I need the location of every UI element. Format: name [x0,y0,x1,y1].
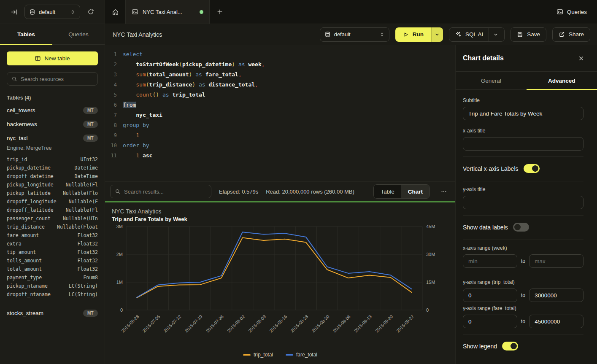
panel-tab-general[interactable]: General [456,72,527,89]
terminal-icon [556,8,563,15]
home-icon [112,8,119,16]
column-name: extra [7,240,22,248]
x-range-min-input[interactable] [463,254,517,268]
table-grid-icon [35,55,41,62]
code-line[interactable]: 5count() as trip_total [105,90,455,100]
view-toggle-chart[interactable]: Chart [401,185,430,198]
refresh-button[interactable] [84,5,97,18]
x-range-max-input[interactable] [529,254,583,268]
code-line[interactable]: 6from [105,100,455,110]
show-data-labels-toggle[interactable] [513,223,529,232]
svg-text:2015-07-12: 2015-07-12 [162,314,182,334]
code-line[interactable]: 4sum(trip_distance) as distance_total, [105,80,455,90]
ellipsis-icon [440,188,447,195]
show-legend-toggle[interactable] [502,342,518,351]
code-line[interactable]: 8group by [105,120,455,130]
legend-item[interactable]: fare_total [286,352,317,358]
code-text: group by [123,120,149,130]
sql-ai-options-button[interactable] [489,28,498,41]
table-row[interactable]: stocks_streamMT [0,306,105,320]
sidebar-tab-queries[interactable]: Queries [52,24,105,44]
column-row: pickup_datetimeDateTime [0,164,105,172]
svg-text:0: 0 [120,307,123,313]
column-type: Float32 [78,257,98,264]
code-line[interactable]: 2toStartOfWeek(pickup_datetime) as week, [105,59,455,70]
x-range-label: x-axis range (week) [463,245,583,251]
search-icon [11,76,17,82]
database-selector-value: default [39,9,67,15]
svg-text:3M: 3M [116,224,123,229]
chart-title: NYC Taxi Analytics [112,208,448,216]
table-row[interactable]: cell_towersMT [0,103,105,117]
y-axis-title-input[interactable] [463,196,583,209]
vertical-x-labels-label: Vertical x-axis Labels [463,165,519,172]
results-search-input[interactable] [124,189,207,195]
code-line[interactable]: 10order by [105,140,455,151]
code-line[interactable]: 111 asc [105,151,455,161]
sidebar-tabs: Tables Queries [0,24,105,45]
rows-read: Read: 20,000,000 rows (260.00 MB) [266,189,354,195]
y-range-fare-min-input[interactable] [463,315,517,328]
resource-search[interactable] [7,72,98,86]
column-type: Float32 [78,266,98,273]
divider [463,215,583,216]
home-button[interactable] [105,0,125,24]
arrow-bar-right-icon [11,8,18,16]
sparkles-icon [455,31,462,38]
table-name: nyc_taxi [7,135,28,141]
code-text: from [123,100,136,110]
y-range-trip-min-input[interactable] [463,289,517,302]
sql-editor[interactable]: 1select2toStartOfWeek(pickup_datetime) a… [105,45,455,181]
x-axis-title-input[interactable] [463,137,583,151]
table-engine: Engine: MergeTree [0,145,105,154]
results-more-button[interactable] [438,185,450,198]
column-type: Float32 [78,249,98,256]
sql-ai-button[interactable]: SQL AI [449,27,505,42]
resource-search-input[interactable] [21,76,93,82]
divider [463,274,583,274]
table-name: hackernews [7,121,37,127]
panel-header: Chart details [456,45,597,71]
collapse-sidebar-button[interactable] [8,5,20,18]
svg-text:2015-09-13: 2015-09-13 [353,314,373,334]
code-line[interactable]: 7nyc_taxi [105,110,455,120]
show-data-labels-row: Show data labels [463,221,583,234]
save-button[interactable]: Save [511,27,546,42]
toolbar-database-selector[interactable]: default [320,27,389,42]
table-row[interactable]: hackernewsMT [0,117,105,131]
column-type: LC(String) [69,283,98,290]
top-bar-main: NYC Taxi Anal... Queries [105,0,597,24]
save-icon [517,31,523,38]
column-row: fare_amountFloat32 [0,231,105,240]
sidebar-tab-tables[interactable]: Tables [0,24,52,44]
column-name: trip_distance [7,224,45,231]
share-button[interactable]: Share [552,27,590,42]
y-range-fare-max-input[interactable] [529,315,583,328]
line-number: 5 [105,90,123,100]
legend-item[interactable]: trip_total [243,352,273,358]
queries-button[interactable]: Queries [551,0,597,24]
legend-swatch [286,354,293,356]
y-range-trip-max-input[interactable] [529,289,583,302]
vertical-x-labels-toggle[interactable] [524,164,540,173]
close-panel-button[interactable] [578,55,584,62]
y-axis-title-label: y-axis title [463,186,583,192]
table-row[interactable]: nyc_taxiMT [0,131,105,145]
run-options-button[interactable] [431,27,443,42]
view-toggle-table[interactable]: Table [374,185,401,198]
new-table-button[interactable]: New table [7,51,98,65]
save-label: Save [527,31,540,38]
column-row: tip_amountFloat32 [0,248,105,256]
query-tab[interactable]: NYC Taxi Anal... [125,0,210,24]
column-name: tolls_amount [7,257,42,264]
new-tab-button[interactable] [210,0,230,24]
run-button[interactable]: Run [395,27,431,42]
column-row: total_amountFloat32 [0,265,105,273]
results-search[interactable] [110,185,211,198]
code-line[interactable]: 91 [105,130,455,140]
code-line[interactable]: 3sum(total_amount) as fare_total, [105,70,455,80]
panel-tab-advanced[interactable]: Advanced [527,72,597,89]
database-selector[interactable]: default [24,5,80,19]
subtitle-input[interactable] [463,107,583,120]
code-line[interactable]: 1select [105,49,455,59]
